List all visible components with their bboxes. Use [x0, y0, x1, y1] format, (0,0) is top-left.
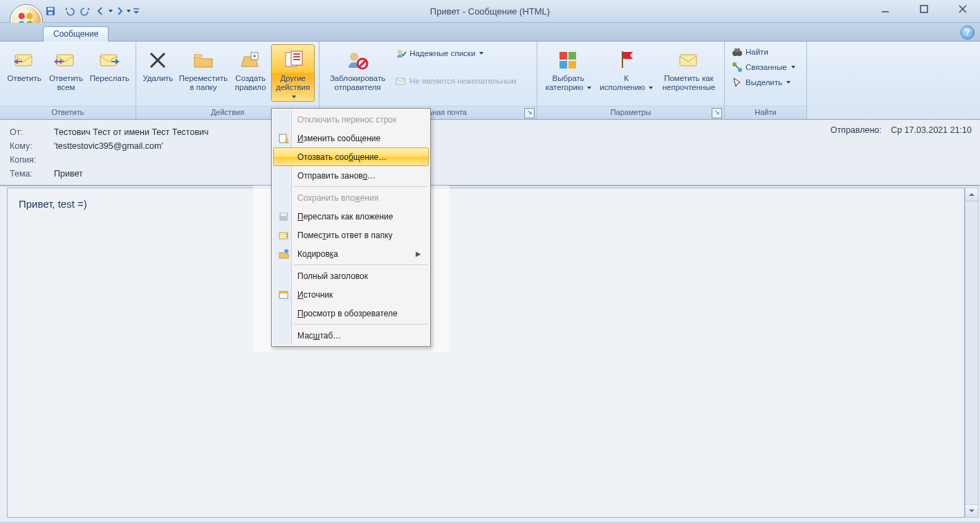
select-label: Выделить	[746, 78, 782, 87]
dropdown-separator	[294, 264, 427, 265]
scroll-down-button[interactable]	[965, 504, 978, 517]
select-button[interactable]: Выделить	[729, 76, 793, 89]
reply-all-button[interactable]: Ответитьвсем	[46, 44, 86, 93]
qat-save-icon[interactable]	[43, 3, 58, 19]
create-rule-button[interactable]: Создатьправило	[231, 44, 270, 93]
svg-rect-34	[680, 55, 696, 66]
categorize-label: Выбратькатегорию	[544, 73, 593, 92]
help-button[interactable]: ?	[961, 26, 974, 39]
dropdown-item[interactable]: Поместить ответ в папку	[273, 226, 429, 244]
svg-point-24	[350, 53, 358, 61]
options-expander[interactable]: ↘	[712, 108, 722, 118]
subject-label: Тема:	[10, 167, 54, 181]
create-rule-icon	[233, 46, 268, 73]
message-body[interactable]: Привет, test =)	[7, 188, 965, 518]
from-label: От:	[10, 125, 54, 139]
window-minimize-button[interactable]	[872, 1, 898, 17]
dropdown-item[interactable]: Отправить заново…	[273, 166, 429, 185]
not-junk-button: Не является нежелательным	[393, 75, 533, 87]
dropdown-separator	[294, 186, 427, 187]
categorize-button[interactable]: Выбратькатегорию	[542, 44, 595, 93]
forward-icon	[90, 46, 129, 73]
followup-label: Кисполнению	[598, 73, 654, 92]
dropdown-item[interactable]: Кодировка▶	[273, 244, 429, 263]
block-sender-label: Заблокироватьотправителя	[326, 73, 389, 92]
dropdown-item[interactable]: Источник	[273, 285, 429, 304]
not-junk-label: Не является нежелательным	[409, 77, 517, 85]
reply-icon	[6, 46, 42, 73]
qat-undo-icon[interactable]	[61, 3, 76, 19]
svg-point-18	[253, 55, 256, 57]
svg-rect-31	[560, 61, 567, 69]
followup-flag-icon	[598, 46, 654, 73]
categorize-icon	[544, 46, 593, 73]
svg-rect-5	[48, 8, 53, 10]
safe-lists-button[interactable]: Надежные списки	[393, 47, 533, 60]
message-body-text: Привет, test =)	[19, 198, 87, 210]
svg-rect-9	[921, 6, 927, 12]
junk-expander[interactable]: ↘	[524, 108, 535, 118]
dropdown-item[interactable]: Изменить сообщение	[273, 129, 429, 147]
related-icon	[732, 62, 743, 73]
reply-label: Ответить	[6, 73, 42, 83]
svg-rect-14	[100, 55, 117, 66]
qat-customize-icon[interactable]	[133, 3, 140, 19]
forward-button[interactable]: Переслать	[88, 44, 131, 84]
reply-button[interactable]: Ответить	[4, 44, 44, 84]
dropdown-item-icon	[277, 114, 290, 126]
dropdown-item-icon	[277, 307, 290, 320]
tab-message[interactable]: Сообщение	[43, 26, 109, 42]
sent-value: Ср 17.03.2021 21:10	[891, 125, 972, 135]
window-title: Привет - Сообщение (HTML)	[430, 6, 550, 17]
svg-rect-32	[568, 61, 576, 69]
svg-rect-22	[293, 56, 300, 57]
subject-value: Привет	[54, 167, 83, 181]
title-bar: Привет - Сообщение (HTML)	[0, 0, 980, 23]
window-maximize-button[interactable]	[911, 1, 937, 17]
dropdown-item[interactable]: Переслать как вложение	[273, 207, 429, 226]
find-button[interactable]: Найти	[729, 46, 771, 58]
svg-point-27	[398, 50, 402, 54]
other-actions-button[interactable]: Другиедействия	[271, 44, 315, 102]
svg-rect-47	[279, 291, 288, 293]
reply-all-icon	[48, 46, 84, 73]
svg-rect-21	[293, 53, 300, 55]
svg-point-45	[284, 249, 288, 253]
qat-prev-icon[interactable]	[97, 3, 112, 19]
related-button[interactable]: Связанные	[729, 61, 798, 73]
vertical-scrollbar[interactable]	[965, 188, 979, 518]
dropdown-item[interactable]: Масштаб…	[273, 326, 429, 345]
move-to-folder-button[interactable]: Переместитьв папку	[177, 44, 230, 93]
followup-button[interactable]: Кисполнению	[596, 44, 656, 93]
dropdown-item: Отключить перенос строк	[273, 110, 429, 129]
ribbon-group-options: Выбратькатегорию Кисполнению Пометить ка…	[537, 42, 725, 119]
dropdown-separator	[294, 324, 427, 325]
svg-rect-37	[734, 48, 740, 52]
dropdown-item[interactable]: Полный заголовок	[273, 266, 429, 285]
dropdown-item-icon	[277, 192, 290, 204]
dropdown-item[interactable]: Просмотр в обозревателе	[273, 304, 429, 323]
to-label: Кому:	[10, 139, 54, 153]
cc-label: Копия:	[10, 153, 54, 167]
svg-point-1	[26, 13, 33, 19]
dropdown-item-icon	[277, 248, 290, 260]
dropdown-item: Сохранить вложения	[273, 188, 429, 207]
svg-rect-23	[293, 59, 300, 60]
mark-unread-button[interactable]: Пометить какнепрочтенные	[658, 44, 720, 93]
create-rule-label: Создатьправило	[233, 73, 268, 92]
block-sender-button[interactable]: Заблокироватьотправителя	[324, 44, 391, 93]
scroll-up-button[interactable]	[965, 188, 978, 201]
submenu-arrow-icon: ▶	[416, 250, 421, 258]
dropdown-item[interactable]: Отозвать сообщение…	[273, 147, 429, 166]
group-title-options: Параметры↘	[537, 106, 724, 119]
move-folder-icon	[179, 46, 228, 73]
svg-rect-29	[560, 52, 567, 60]
svg-rect-30	[568, 52, 576, 60]
qat-redo-icon[interactable]	[79, 3, 94, 19]
window-close-button[interactable]	[950, 1, 976, 17]
dropdown-item-icon	[277, 289, 290, 301]
quick-access-toolbar	[43, 0, 140, 22]
delete-button[interactable]: Удалить	[140, 44, 176, 84]
qat-next-icon[interactable]	[115, 3, 130, 19]
other-actions-dropdown: Отключить перенос строкИзменить сообщени…	[271, 108, 431, 347]
